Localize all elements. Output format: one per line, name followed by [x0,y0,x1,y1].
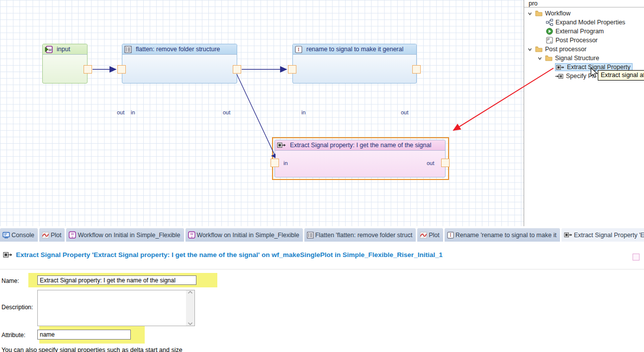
name-label: Name: [1,277,19,284]
folder-icon [535,10,543,16]
svg-text:w: w [48,47,52,52]
attribute-label: Attribute: [1,332,25,339]
port-rename-in[interactable] [288,65,296,74]
tab-label: Workflow on Initial in Simple_Flexible [78,232,180,239]
tree-item-post-processor[interactable]: Po Post Processor [524,36,644,45]
tree-item-expand-model-properties[interactable]: Expand Model Properties [524,18,644,27]
properties-header: Extract Signal Property 'Extract Signal … [3,251,443,259]
flatten-icon [307,232,314,239]
tab-label: Workflow on Initial in Simple_Flexible [197,232,299,239]
tab-extract-signal-property[interactable]: Extract Signal Property 'Extract Sign ✕ [561,228,644,242]
tab-workflow-1[interactable]: Wo Workflow on Initial in Simple_Flexibl… [66,228,184,242]
port-input-out[interactable] [84,65,92,74]
port-label-out: out [117,109,124,115]
post-processor-icon: Po [546,37,553,44]
svg-text:o: o [550,40,552,43]
tree-item-label: Workflow [545,10,570,17]
rename-icon: I [447,232,454,239]
tab-label: Flatten 'flatten: remove folder struct [315,232,413,239]
flatten-component-icon [124,46,132,53]
port-label-out: out [223,109,230,115]
chevron-down-icon[interactable] [527,47,533,52]
tab-label: Console [11,232,34,239]
node-title: flatten: remove folder structure [136,46,220,53]
view-tabs-bar: Console Plot Wo Workflow on Initial in S… [0,227,644,243]
port-label-out: out [401,109,408,115]
tab-plot-1[interactable]: Plot [39,228,65,242]
play-circle-icon [546,28,553,35]
tab-plot-2[interactable]: Plot [417,228,443,242]
tree-item-workflow[interactable]: Workflow [524,9,644,18]
workflow-canvas[interactable]: w input out flatten: remove folder struc… [0,0,524,226]
tab-label: Extract Signal Property 'Extract Sign [574,232,644,239]
node-rename[interactable]: I rename to signal to make it general in… [292,44,417,84]
port-extract-out[interactable] [441,159,450,167]
tab-flatten[interactable]: Flatten 'flatten: remove folder struct [304,228,416,242]
port-flatten-out[interactable] [233,65,241,74]
tab-console[interactable]: Console [0,228,38,242]
scroll-down-icon[interactable] [187,322,193,326]
node-title: input [57,46,70,53]
plot-icon [42,232,49,239]
svg-text:I: I [450,233,451,238]
application-window: w input out flatten: remove folder struc… [0,0,644,352]
tab-label: Rename 'rename to signal to make it [456,232,556,239]
plot-icon [420,232,427,239]
chevron-down-icon[interactable] [527,11,533,16]
rename-component-icon: I [295,46,302,53]
palette-header: pro [524,0,644,7]
extract-signal-icon [556,64,564,71]
node-title: Extract Signal property: I get the name … [290,142,431,149]
extract-signal-icon [3,251,12,259]
port-label-in: in [131,109,135,115]
node-input[interactable]: w input out [42,44,88,84]
input-component-icon: w [45,46,53,53]
tree-item-label: Post processor [545,46,586,53]
tree-item-label: External Program [555,28,604,35]
divider [0,269,644,269]
tab-label: Plot [429,232,440,239]
expand-model-properties-icon [546,19,553,26]
properties-panel: Extract Signal Property 'Extract Signal … [0,243,644,352]
folder-icon [545,55,552,61]
svg-text:o: o [191,235,192,238]
console-icon [2,232,10,239]
svg-text:P: P [547,37,550,42]
port-label-out: out [427,160,434,166]
scrollbar[interactable] [186,290,194,326]
tab-workflow-2[interactable]: Wo Workflow on Initial in Simple_Flexibl… [185,228,303,242]
attribute-input[interactable] [37,330,131,340]
mouse-cursor-icon [590,68,598,80]
workflow-icon: Wo [188,231,195,239]
port-rename-out[interactable] [412,65,421,74]
specify-property-icon [555,73,563,80]
scroll-up-icon[interactable] [187,290,193,294]
description-textarea[interactable] [37,290,195,326]
svg-text:I: I [298,47,299,52]
port-extract-in[interactable] [271,159,279,167]
tooltip: Extract signal attr [598,70,644,81]
tree-item-signal-structure[interactable]: Signal Structure [524,54,644,63]
node-flatten[interactable]: flatten: remove folder structure in out [122,44,237,84]
tree-item-label: Expand Model Properties [555,19,625,26]
folder-icon [535,46,543,52]
tree-item-post-processor-folder[interactable]: Post processor [524,45,644,54]
color-swatch-button[interactable] [633,254,640,261]
tab-rename[interactable]: I Rename 'rename to signal to make it [445,228,560,242]
description-label: Description: [1,304,33,311]
node-extract-signal-property[interactable]: Extract Signal property: I get the name … [275,140,446,177]
extract-icon [564,232,572,238]
tree-item-external-program[interactable]: External Program [524,27,644,36]
port-label-in: in [283,160,288,166]
tree-item-label: Signal Structure [555,55,599,62]
port-flatten-in[interactable] [117,65,126,74]
chevron-down-icon[interactable] [537,56,543,61]
port-label-in: in [301,109,306,115]
workflow-icon: Wo [69,231,76,239]
hint-text: You can also specify signal properties s… [1,347,183,352]
tree-item-label: Post Processor [555,37,598,44]
svg-text:o: o [72,235,73,238]
tab-label: Plot [51,232,62,239]
properties-title: Extract Signal Property 'Extract Signal … [16,251,443,259]
name-input[interactable] [37,275,196,285]
